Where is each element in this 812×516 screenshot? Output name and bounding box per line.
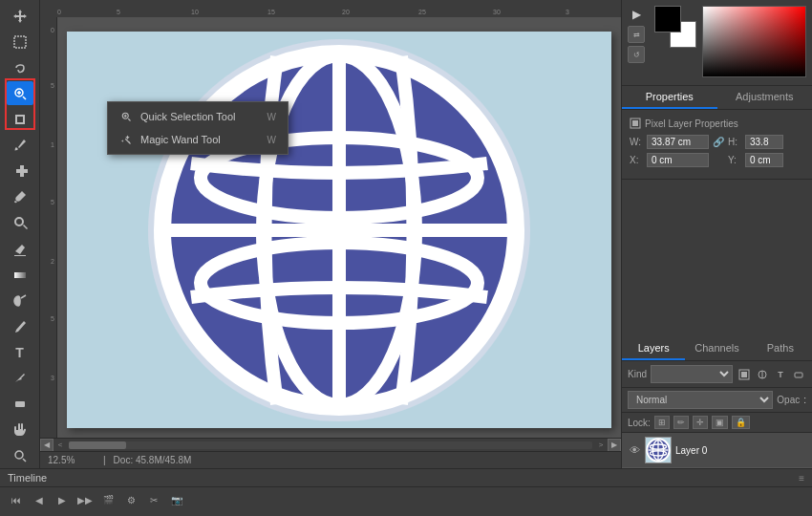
scroll-right-btn[interactable]: ▶: [608, 439, 621, 452]
height-input[interactable]: [745, 135, 783, 149]
lock-artboard-btn[interactable]: ▣: [712, 416, 728, 429]
quick-select-tool[interactable]: [7, 81, 33, 105]
canvas-area: 0 5 10 15 20 25 30 3 0 5 1 5 2 5 3: [40, 0, 621, 468]
y-label: Y:: [728, 155, 741, 165]
tab-properties[interactable]: Properties: [622, 86, 717, 109]
color-picker-gradient[interactable]: [702, 6, 806, 77]
canvas-document[interactable]: [67, 32, 611, 428]
move-tool[interactable]: [7, 4, 33, 28]
width-input[interactable]: [647, 135, 709, 149]
pen-tool[interactable]: [7, 314, 33, 338]
scroll-left-btn[interactable]: ◀: [40, 439, 53, 452]
zoom-tool[interactable]: [7, 444, 33, 468]
healing-tool[interactable]: [7, 160, 33, 183]
zoom-level: 12.5%: [48, 455, 96, 465]
blend-mode-select[interactable]: Normal: [628, 391, 773, 409]
color-area: ▶ ⇄ ↺: [622, 0, 812, 86]
tab-channels[interactable]: Channels: [685, 337, 748, 360]
horizontal-scrollbar[interactable]: ◀ < > ▶: [40, 438, 621, 451]
lock-move-btn[interactable]: ✛: [693, 416, 708, 429]
timeline-play-btn[interactable]: ▶: [53, 491, 71, 508]
svg-point-4: [15, 451, 23, 459]
clone-stamp-tool[interactable]: [7, 211, 33, 235]
color-controls: ▶ ⇄ ↺: [628, 6, 645, 63]
svg-rect-18: [741, 372, 747, 377]
layer-thumbnail: [645, 437, 672, 463]
layer-filter-icons: T: [737, 367, 806, 382]
kind-label: Kind: [628, 369, 647, 379]
timeline-new-frame-btn[interactable]: 🎬: [99, 491, 117, 508]
y-input[interactable]: [745, 153, 783, 167]
ruler-horizontal: 0 5 10 15 20 25 30 3: [40, 0, 621, 17]
magic-wand-menu-icon: [119, 133, 133, 146]
menu-item-magic-wand[interactable]: Magic Wand Tool W: [108, 128, 288, 151]
link-icon: 🔗: [713, 137, 724, 147]
left-toolbar: T: [0, 0, 40, 468]
lock-all-btn[interactable]: 🔒: [732, 416, 750, 429]
dodge-tool[interactable]: [7, 289, 33, 312]
layer-item[interactable]: 👁 Layer 0: [622, 433, 812, 468]
foreground-color-swatch[interactable]: [654, 6, 681, 32]
globe-graphic: [139, 30, 540, 431]
svg-rect-2: [14, 272, 26, 278]
lock-px-btn[interactable]: ⊞: [654, 416, 670, 429]
play-button[interactable]: ▶: [628, 6, 645, 23]
lasso-tool[interactable]: [7, 55, 33, 79]
svg-rect-3: [15, 401, 25, 407]
adjustment-filter-btn[interactable]: [755, 367, 770, 382]
menu-item-magic-wand-label: Magic Wand Tool: [140, 134, 221, 145]
timeline-panel: Timeline ≡ ⏮ ◀ ▶ ▶▶ 🎬 ⚙ ✂ 📷: [0, 468, 812, 516]
marquee-tool[interactable]: [7, 30, 33, 54]
timeline-first-btn[interactable]: ⏮: [8, 491, 25, 508]
divider: |: [103, 455, 106, 465]
status-bar: 12.5% | Doc: 45.8M/45.8M: [40, 451, 621, 468]
tab-adjustments[interactable]: Adjustments: [717, 86, 813, 109]
text-tool[interactable]: T: [7, 340, 33, 364]
foreground-background-colors[interactable]: [654, 6, 696, 48]
scroll-thumb[interactable]: [69, 441, 126, 449]
lock-edit-btn[interactable]: ✏: [673, 416, 689, 429]
ruler-vertical: 0 5 1 5 2 5 3: [40, 17, 57, 438]
shape-filter-btn[interactable]: [791, 367, 806, 382]
timeline-header: Timeline ≡: [0, 469, 812, 487]
timeline-expand-btn[interactable]: ≡: [799, 473, 804, 484]
layers-kind-toolbar: Kind T: [622, 361, 812, 388]
menu-item-quick-select[interactable]: Quick Selection Tool W: [108, 105, 288, 128]
timeline-settings-btn[interactable]: ⚙: [122, 491, 139, 508]
lock-row: Lock: ⊞ ✏ ✛ ▣ 🔒: [622, 413, 812, 433]
properties-tabs: Properties Adjustments: [622, 86, 812, 110]
gradient-tool[interactable]: [7, 263, 33, 287]
kind-select[interactable]: [651, 365, 733, 383]
pixel-filter-btn[interactable]: [737, 367, 752, 382]
x-label: X:: [630, 155, 643, 165]
swap-colors-btn[interactable]: ⇄: [628, 26, 645, 43]
shape-tool[interactable]: [7, 393, 33, 417]
scroll-track[interactable]: [69, 441, 592, 449]
tab-layers[interactable]: Layers: [622, 337, 685, 360]
layer-name: Layer 0: [675, 445, 707, 456]
timeline-prev-btn[interactable]: ◀: [31, 491, 48, 508]
pixel-layer-title: Pixel Layer Properties: [630, 118, 804, 129]
reset-colors-btn[interactable]: ↺: [628, 46, 645, 63]
eyedropper-tool[interactable]: [7, 134, 33, 158]
properties-content: Pixel Layer Properties W: 🔗 H: X: Y:: [622, 110, 812, 180]
eraser-tool[interactable]: [7, 237, 33, 261]
brush-tool[interactable]: [7, 185, 33, 209]
type-filter-btn[interactable]: T: [773, 367, 788, 382]
hand-tool[interactable]: [7, 419, 33, 442]
tab-paths[interactable]: Paths: [749, 337, 812, 360]
timeline-camera-btn[interactable]: 📷: [168, 491, 185, 508]
layer-visibility-toggle[interactable]: 👁: [628, 443, 641, 457]
crop-tool[interactable]: [7, 107, 33, 131]
doc-info: Doc: 45.8M/45.8M: [114, 455, 613, 465]
width-label: W:: [630, 137, 643, 147]
height-label: H:: [728, 137, 741, 147]
layers-tabs: Layers Channels Paths: [622, 337, 812, 361]
svg-rect-20: [795, 373, 802, 377]
timeline-next-btn[interactable]: ▶▶: [76, 491, 94, 508]
x-input[interactable]: [647, 153, 709, 167]
path-select-tool[interactable]: [7, 367, 33, 391]
svg-rect-16: [632, 120, 638, 126]
timeline-title: Timeline: [8, 472, 795, 484]
timeline-cut-btn[interactable]: ✂: [145, 491, 162, 508]
